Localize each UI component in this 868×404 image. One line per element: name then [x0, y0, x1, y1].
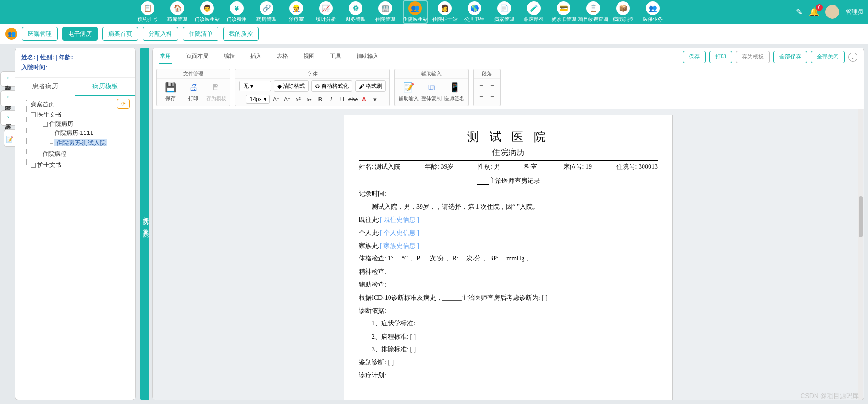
align-right-icon[interactable]: ≡ [477, 91, 485, 100]
page-canvas[interactable]: 测 试 医 院 住院病历 姓名: 测试入院 年龄: 39岁 性别: 男 科室: … [153, 109, 864, 400]
editor-menu-编辑[interactable]: 编辑 [223, 50, 236, 64]
file-save[interactable]: 💾保存 [160, 80, 181, 102]
saveall-button[interactable]: 全部保存 [773, 51, 807, 63]
topnav-病历质控[interactable]: 📦病历质控 [611, 0, 636, 24]
tree-root-nurse[interactable]: +护士文书 [26, 160, 132, 170]
canvas-scrollbar[interactable] [858, 109, 863, 400]
doc-l15[interactable]: 诊疗计划: [359, 371, 658, 381]
italic-icon[interactable]: I [327, 95, 335, 103]
tree-node-proc[interactable]: 住院病程 [38, 149, 132, 159]
editor-menu-辅助输入[interactable]: 辅助输入 [356, 50, 379, 64]
vt-history[interactable]: 历史患者 [0, 110, 15, 126]
bold-icon[interactable]: B [316, 95, 325, 103]
tree-node-1111[interactable]: 住院病历-1111 [50, 128, 132, 138]
doc-l1[interactable]: 记录时间: [359, 189, 658, 199]
subscript-icon[interactable]: x₂ [305, 95, 314, 103]
editor-menu-视图[interactable]: 视图 [303, 50, 315, 64]
topnav-药房管理[interactable]: 🔗药房管理 [254, 0, 279, 24]
collapse-toolbar-icon[interactable]: ⌄ [848, 53, 857, 62]
editor-menu-页面布局[interactable]: 页面布局 [186, 50, 209, 64]
file-print[interactable]: 🖨打印 [183, 80, 203, 102]
topnav-统计分析[interactable]: 📈统计分析 [314, 0, 339, 24]
strike-icon[interactable]: abc [349, 95, 357, 103]
doc-l14[interactable]: 鉴别诊断: [ ] [359, 357, 658, 367]
topnav-项目收费查询[interactable]: 📋项目收费查询 [581, 0, 606, 24]
topnav-门诊医生站[interactable]: 👨门诊医生站 [195, 0, 220, 24]
edit-icon[interactable]: ✎ [796, 7, 803, 17]
topnav-住院护士站[interactable]: 👩住院护士站 [432, 0, 458, 24]
bg-color-icon[interactable]: ▾ [371, 95, 379, 103]
font-family-select[interactable]: 无▾ [239, 81, 271, 91]
topnav-临床路径[interactable]: 🧪临床路径 [522, 0, 547, 24]
doc-l3[interactable]: 既往史:[ 既往史信息 ] [359, 215, 658, 225]
toggle-icon[interactable]: − [31, 112, 36, 117]
doc-title-strip[interactable]: 住院病历 - 测试入院 X [140, 48, 149, 400]
doc-l12[interactable]: 2、病程标准: [ ] [359, 332, 658, 342]
doc-l5[interactable]: 家族史:[ 家族史信息 ] [359, 241, 658, 251]
topnav-门诊费用[interactable]: ¥门诊费用 [224, 0, 250, 24]
topnav-治疗室[interactable]: 👷治疗室 [284, 0, 309, 24]
subtab-电子病历[interactable]: 电子病历 [62, 27, 98, 41]
topnav-预约挂号[interactable]: 📋预约挂号 [135, 0, 160, 24]
topnav-病案管理[interactable]: 📄病案管理 [492, 0, 517, 24]
file-savetpl[interactable]: 🗎存为模板 [206, 80, 226, 102]
tab-patient-record[interactable]: 患者病历 [15, 78, 75, 96]
topnav-就诊卡管理[interactable]: 💳就诊卡管理 [551, 0, 576, 24]
doc-l11[interactable]: 1、症状学标准: [359, 319, 658, 329]
editor-menu-表格[interactable]: 表格 [276, 50, 289, 64]
auto-format[interactable]: ♻ 自动格式化 [311, 80, 352, 92]
doc-l8[interactable]: 辅助检查: [359, 280, 658, 290]
doc-l2[interactable]: 测试入院，男，39岁，，请选择，第 1 次住院，因“ ”入院。 [359, 202, 658, 212]
toggle-icon[interactable]: − [43, 122, 48, 127]
align-justify-icon[interactable]: ≡ [488, 91, 496, 100]
tree-node-zybl[interactable]: −住院病历 住院病历-1111 住院病历-测试入院 [38, 119, 132, 149]
superscript-icon[interactable]: x² [294, 95, 303, 103]
tree-root-doctor[interactable]: −医生文书 −住院病历 住院病历-1111 住院病历-测试入院 住院病程 [26, 110, 132, 160]
topnav-药库管理[interactable]: 🏠药库管理 [165, 0, 190, 24]
patient-switch-icon[interactable]: 👥 [5, 28, 17, 40]
bell-icon[interactable]: 🔔0 [809, 7, 819, 17]
subtab-医嘱管理[interactable]: 医嘱管理 [22, 27, 58, 41]
tree-root-firstpage[interactable]: 病案首页 [26, 100, 132, 110]
doc-l9[interactable]: 根据ICD-10诊断标准及病史，______主治医师查房后考虑诊断为: [ ] [359, 293, 658, 303]
doc-l13[interactable]: 3、排除标准: [ ] [359, 345, 658, 355]
aux-copy[interactable]: ⧉整体复制 [421, 80, 442, 102]
font-size-select[interactable]: 14px▾ [246, 95, 270, 104]
subtab-我的质控[interactable]: 我的质控 [223, 27, 259, 41]
font-grow-icon[interactable]: A⁺ [272, 95, 281, 103]
subtab-分配入科[interactable]: 分配入科 [143, 27, 178, 41]
doc-l6[interactable]: 体格检查: T: __℃， P: __次/分， R: __次/分， BP: __… [359, 254, 658, 264]
toggle-icon[interactable]: + [31, 163, 36, 168]
savetpl-button[interactable]: 存为模板 [736, 51, 770, 63]
font-color-icon[interactable]: A [360, 95, 368, 103]
tab-template[interactable]: 病历模板 [75, 78, 136, 96]
subtab-住院清单[interactable]: 住院清单 [183, 27, 218, 41]
vt-doc-icon[interactable]: 📝 [4, 129, 15, 147]
underline-icon[interactable]: U [338, 95, 346, 103]
align-left-icon[interactable]: ≡ [477, 80, 485, 89]
doc-l7[interactable]: 精神检查: [359, 267, 658, 277]
vt-in-hospital[interactable]: 在院患者 [0, 71, 15, 87]
doc-l10[interactable]: 诊断依据: [359, 306, 658, 316]
topnav-财务管理[interactable]: ⚙财务管理 [343, 0, 368, 24]
tree-node-test[interactable]: 住院病历-测试入院 [50, 138, 132, 148]
editor-menu-插入[interactable]: 插入 [250, 50, 262, 64]
align-center-icon[interactable]: ≡ [488, 80, 496, 89]
avatar[interactable] [825, 5, 839, 19]
doc-l4[interactable]: 个人史:[ 个人史信息 ] [359, 228, 658, 238]
editor-menu-常用[interactable]: 常用 [159, 50, 172, 64]
editor-menu-工具[interactable]: 工具 [329, 50, 342, 64]
clear-format[interactable]: ◆ 清除格式 [274, 80, 309, 92]
format-brush[interactable]: 🖌 格式刷 [355, 80, 386, 92]
font-shrink-icon[interactable]: A⁻ [283, 95, 292, 103]
subtab-病案首页[interactable]: 病案首页 [102, 27, 138, 41]
print-button[interactable]: 打印 [709, 51, 732, 63]
aux-input[interactable]: 📝辅助输入 [399, 80, 419, 102]
document-page[interactable]: 测 试 医 院 住院病历 姓名: 测试入院 年龄: 39岁 性别: 男 科室: … [344, 115, 673, 400]
closeall-button[interactable]: 全部关闭 [811, 51, 845, 63]
topnav-住院管理[interactable]: 🏢住院管理 [373, 0, 398, 24]
topnav-医保业务[interactable]: 👥医保业务 [640, 0, 666, 24]
aux-sign[interactable]: 📱医师签名 [444, 80, 464, 102]
save-button[interactable]: 保存 [683, 51, 706, 63]
scrollbar-thumb[interactable] [859, 196, 863, 237]
